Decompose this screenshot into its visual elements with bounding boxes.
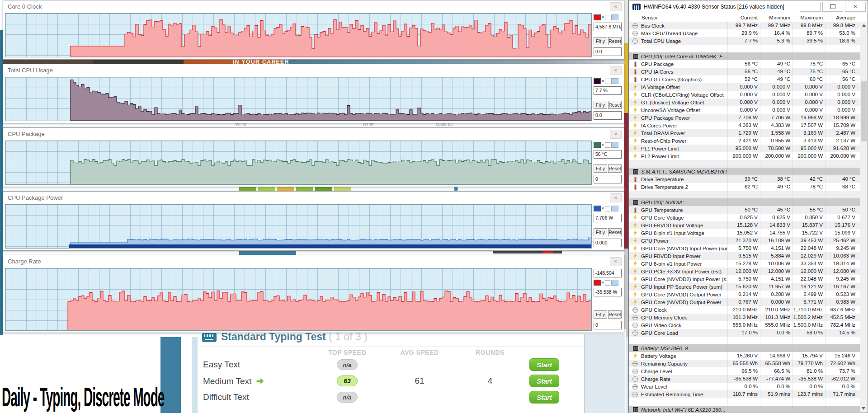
reset-button[interactable]: Reset [608,101,622,109]
series-color-swatch[interactable] [594,142,601,148]
start-button[interactable]: Start [529,375,559,387]
legend-checkbox[interactable] [605,206,610,211]
sensor-value: 95.000 W [727,145,760,152]
sensor-row[interactable]: IA Voltage Offset0.000 V0.000 V0.000 V0.… [629,83,860,91]
sensor-row[interactable]: Total DRAM Power1.729 W1.558 W3.169 W2.4… [629,129,860,137]
sensor-row[interactable]: GPU Core Load17.0 %0.0 %59.0 %14.5 % [629,329,860,337]
legend-checkbox[interactable] [605,280,610,286]
sensor-value: 0.000 V [793,83,825,91]
series-color-swatch[interactable] [594,78,601,84]
scroll-down-icon[interactable] [862,407,865,410]
fit-y-button[interactable]: Fit y [594,164,607,173]
sensor-row[interactable]: Wear Level0.0 %0.0 %0.0 %0.0 % [629,383,860,390]
sensor-row[interactable]: CPU Package Power7.706 W7.706 W19.968 W1… [629,114,860,122]
legend-checkbox[interactable] [605,79,610,84]
sensor-value: 200.000 W [825,152,858,160]
sensor-row[interactable]: Drive Temperature39 °C38 °C42 °C40 °C [629,175,860,183]
legend-background-swatch[interactable] [611,206,618,211]
series-color-swatch[interactable] [594,280,601,286]
reset-button[interactable]: Reset [608,310,622,319]
sensor-row[interactable]: GPU Core (NVVDD) Output Power0.214 W0.20… [629,291,860,298]
sensor-row[interactable]: GPU Core (NVVDD) Input Power (sum)5.750 … [629,244,860,252]
sensor-row[interactable]: CPU IA Cores56 °C49 °C75 °C65 °C [629,68,860,75]
sensor-row[interactable]: CPU Package56 °C49 °C75 °C65 °C [629,60,860,68]
legend-background-swatch[interactable] [611,142,618,148]
close-icon[interactable]: ✕ [610,257,622,266]
column-current[interactable]: Current [727,15,760,20]
sensor-row[interactable]: GPU Core (NVVDD2) Input Power (s...5.750… [629,275,860,283]
sensor-row[interactable]: Max CPU/Thread Usage29.9 %16.4 %89.7 %53… [629,29,860,37]
sensor-row[interactable]: GPU Video Clock555.0 MHz555.0 MHz1,500.0… [629,321,860,329]
sensor-row[interactable]: GPU Core (NVVDD) Output Power0.767 W0.00… [629,298,860,306]
sensor-row[interactable]: Charge Rate-35.538 W-77.474 W-35.538 W-6… [629,375,860,383]
series-color-swatch[interactable] [594,14,601,20]
sensor-row[interactable]: Remaining Capacity65.558 Wh65.558 Wh79.7… [629,360,860,367]
sensor-value: 15.128 V [727,221,760,229]
sensor-row[interactable]: Rest-of-Chip Power2.421 W0.955 W3.413 W2… [629,137,860,145]
column-maximum[interactable]: Maximum [793,15,825,20]
sensor-row[interactable]: IA Cores Power4.383 W4.383 W17.507 W15.7… [629,122,860,129]
start-button[interactable]: Start [529,391,559,404]
sensor-row[interactable]: Bus Clock99.7 MHz99.7 MHz99.8 MHz99.8 MH… [629,22,860,29]
legend-background-swatch[interactable] [611,14,618,20]
sensor-value [793,337,825,344]
sensor-row[interactable]: GPU Temperature50 °C45 °C55 °C50 °C [629,206,860,214]
fit-y-button[interactable]: Fit y [594,37,607,45]
reset-button[interactable]: Reset [608,164,622,173]
sensor-row[interactable]: Charge Level66.5 %66.5 %81.0 %73.7 % [629,367,860,375]
close-icon[interactable]: ✕ [610,2,622,11]
sensor-row[interactable]: Drive Temperature 262 °C49 °C78 °C68 °C [629,183,860,191]
series-color-swatch[interactable] [594,206,601,211]
sensor-row[interactable]: GPU FBVDD Input Voltage15.128 V14.833 V1… [629,221,860,229]
hwinfo-titlebar[interactable]: HWiNFO64 v6.40-4330 Sensor Status [216 v… [629,0,868,13]
sensor-row[interactable]: GT (Unslice) Voltage Offset0.000 V0.000 … [629,99,860,106]
start-button[interactable]: Start [529,358,559,371]
sensor-row[interactable]: Battery Voltage15.260 V14.968 V15.794 V1… [629,352,860,360]
legend-background-swatch[interactable] [611,78,618,84]
column-sensor[interactable]: Sensor [641,15,727,20]
column-minimum[interactable]: Minimum [760,15,793,20]
sensor-row[interactable]: GPU Core Voltage0.625 V0.625 V0.850 V0.6… [629,214,860,221]
sensor-row[interactable]: Estimated Remaining Time110.7 mins51.9 m… [629,390,860,398]
sensor-row[interactable]: GPU PCIe +3.3V Input Power (est)12.000 W… [629,268,860,275]
sensor-value [760,168,793,175]
sensor-row[interactable]: GPU Input PP Source Power (sum)15.620 W1… [629,283,860,291]
close-icon[interactable]: ✕ [610,66,622,75]
sensor-row[interactable]: CPU GT Cores (Graphics)52 °C49 °C60 °C56… [629,75,860,83]
fit-y-button[interactable]: Fit y [594,101,607,109]
fit-y-button[interactable]: Fit y [594,310,607,319]
sensor-row[interactable]: CLR (CBo/LLC/Ring) Voltage Offset0.000 V… [629,91,860,99]
close-button[interactable]: ✕ [845,2,866,12]
sensor-row[interactable]: GPU 8-pin #1 Input Power15.278 W10.006 W… [629,260,860,268]
fit-y-button[interactable]: Fit y [594,228,607,236]
legend-checkbox[interactable] [605,15,610,20]
legend-checkbox[interactable] [605,142,610,148]
sensor-row[interactable]: GPU FBVDD Input Power9.515 W5.884 W12.02… [629,252,860,260]
tile-decoration [258,187,275,191]
scrollbar[interactable] [860,22,867,412]
close-icon[interactable]: ✕ [610,193,622,202]
sensor-value: 200.000 W [760,152,793,160]
column-average[interactable]: Average [825,15,858,20]
sensor-row[interactable]: GPU 8-pin #1 Input Voltage15.052 V14.755… [629,229,860,237]
sensor-row[interactable]: PL1 Power Limit95.000 W78.500 W95.000 W9… [629,145,860,152]
minimize-button[interactable]: — [800,2,821,12]
lightning-icon [633,299,638,305]
sensor-row[interactable]: GPU Power21.370 W16.109 W39.453 W25.462 … [629,237,860,244]
reset-button[interactable]: Reset [608,37,622,45]
legend-background-swatch[interactable] [611,280,618,286]
sensor-row[interactable]: GPU Clock210.0 MHz210.0 MHz1,710.0 MHz63… [629,306,860,314]
close-icon[interactable]: ✕ [610,130,622,139]
sensor-row[interactable]: Total CPU Usage7.7 %5.3 %39.5 %18.6 % [629,37,860,45]
sensor-value: 12.029 W [793,252,825,260]
scroll-up-icon[interactable] [862,24,866,27]
reset-button[interactable]: Reset [608,228,622,236]
sensor-value: 52 °C [727,75,760,83]
scrollbar-thumb[interactable] [861,81,867,141]
sensor-row[interactable]: PL2 Power Limit200.000 W200.000 W200.000… [629,152,860,160]
sensor-row[interactable]: GPU Memory Clock101.3 MHz101.3 MHz1,500.… [629,314,860,321]
sensor-value: 5.750 W [727,244,760,252]
sensor-row[interactable]: Uncore/SA Voltage Offset0.000 V0.000 V0.… [629,106,860,114]
maximize-button[interactable] [822,2,843,12]
teal-block [239,250,296,255]
